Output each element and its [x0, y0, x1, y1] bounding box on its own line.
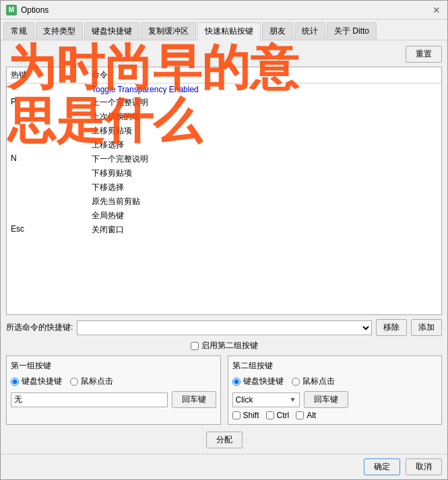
- table-row[interactable]: Toggle Transparency Enabled: [7, 83, 441, 96]
- ctrl-checkbox-item[interactable]: Ctrl: [266, 411, 290, 420]
- main-window: M Options ✕ 常规 支持类型 键盘快捷键 复制缓冲区 快速粘贴按键 朋…: [0, 0, 448, 480]
- tab-support-type[interactable]: 支持类型: [36, 22, 83, 40]
- table-header: 热键 命令: [7, 67, 441, 83]
- tab-stats[interactable]: 统计: [294, 22, 325, 40]
- group2-modifier-row: Shift Ctrl Alt: [232, 411, 438, 420]
- group2-mouse-radio[interactable]: 鼠标点击: [292, 376, 335, 387]
- group1-mouse-radio[interactable]: 鼠标点击: [70, 376, 113, 387]
- group2-title: 第二组按键: [232, 360, 438, 372]
- title-bar-left: M Options: [6, 5, 49, 15]
- group1-key-input[interactable]: [11, 392, 168, 407]
- two-groups: 第一组按键 键盘快捷键 鼠标点击 回车键: [6, 355, 442, 425]
- table-row[interactable]: 原先当前剪贴: [7, 195, 441, 209]
- enable-second-label: 启用第二组按键: [201, 340, 258, 351]
- table-row[interactable]: P 上一个完整说明: [7, 96, 441, 110]
- group1-radio-row: 键盘快捷键 鼠标点击: [11, 376, 216, 387]
- group1-input-row: 回车键: [11, 391, 216, 408]
- table-body[interactable]: Toggle Transparency Enabled P 上一个完整说明 上次…: [7, 83, 441, 314]
- tab-copy-buffer[interactable]: 复制缓冲区: [141, 22, 196, 40]
- table-row[interactable]: 上移剪贴项: [7, 124, 441, 138]
- remove-button[interactable]: 移除: [376, 319, 407, 336]
- alt-checkbox-item[interactable]: Alt: [296, 411, 316, 420]
- tab-about[interactable]: 关于 Ditto: [327, 22, 377, 40]
- table-row[interactable]: 上移选择: [7, 138, 441, 152]
- group1-title: 第一组按键: [11, 360, 216, 372]
- assign-row: 分配: [6, 432, 442, 448]
- tab-general[interactable]: 常规: [3, 22, 34, 40]
- group2-box: 第二组按键 键盘快捷键 鼠标点击 Click ▼: [228, 355, 443, 425]
- shortcut-label: 所选命令的快捷键:: [6, 322, 73, 333]
- shift-checkbox-item[interactable]: Shift: [232, 411, 259, 420]
- enable-second-row: 启用第二组按键: [6, 340, 442, 351]
- hotkey-header: 热键: [11, 69, 92, 81]
- app-icon: M: [6, 5, 17, 15]
- tab-quick-paste[interactable]: 快速粘贴按键: [197, 22, 261, 40]
- window-title: Options: [21, 5, 49, 15]
- table-row[interactable]: Esc 关闭窗口: [7, 223, 441, 237]
- group2-keyboard-radio[interactable]: 键盘快捷键: [232, 376, 284, 387]
- add-button[interactable]: 添加: [411, 319, 442, 336]
- tab-bar: 常规 支持类型 键盘快捷键 复制缓冲区 快速粘贴按键 朋友 统计 关于 Ditt…: [1, 20, 447, 40]
- tab-friends[interactable]: 朋友: [262, 22, 293, 40]
- shortcut-dropdown[interactable]: [77, 320, 372, 335]
- title-bar: M Options ✕: [1, 1, 447, 20]
- group1-keyboard-radio[interactable]: 键盘快捷键: [11, 376, 62, 387]
- table-row[interactable]: 下移选择: [7, 180, 441, 195]
- enable-second-checkbox[interactable]: [191, 342, 199, 350]
- cancel-button[interactable]: 取消: [406, 458, 442, 475]
- group2-click-dropdown[interactable]: Click ▼: [232, 392, 300, 407]
- group2-input-row: Click ▼ 回车键: [232, 391, 438, 408]
- table-row[interactable]: N 下一个完整说明: [7, 152, 441, 166]
- assign-button[interactable]: 分配: [206, 432, 243, 448]
- commands-table: 热键 命令 Toggle Transparency Enabled P 上一个完…: [6, 67, 442, 315]
- content-area: 重置 热键 命令 Toggle Transparency Enabled P 上…: [1, 40, 447, 454]
- table-row[interactable]: 下移剪贴项: [7, 166, 441, 180]
- group1-box: 第一组按键 键盘快捷键 鼠标点击 回车键: [6, 355, 221, 425]
- dropdown-arrow-icon: ▼: [290, 396, 296, 403]
- close-button[interactable]: ✕: [431, 5, 442, 15]
- group1-enter-key-button[interactable]: 回车键: [172, 391, 216, 408]
- group2-radio-row: 键盘快捷键 鼠标点击: [232, 376, 438, 387]
- table-row[interactable]: 全局热键: [7, 209, 441, 223]
- ctrl-checkbox[interactable]: [266, 411, 274, 419]
- reset-row: 重置: [6, 46, 442, 63]
- table-row[interactable]: 上次切换的组: [7, 110, 441, 124]
- footer-row: 确定 取消: [1, 454, 447, 479]
- tab-keyboard-shortcuts[interactable]: 键盘快捷键: [84, 22, 139, 40]
- reset-button[interactable]: 重置: [406, 46, 442, 63]
- shortcut-row: 所选命令的快捷键: 移除 添加: [6, 319, 442, 336]
- alt-checkbox[interactable]: [296, 411, 304, 419]
- group2-enter-key-button[interactable]: 回车键: [304, 391, 348, 408]
- command-header: 命令: [92, 69, 437, 81]
- shift-checkbox[interactable]: [232, 411, 241, 419]
- ok-button[interactable]: 确定: [364, 458, 400, 475]
